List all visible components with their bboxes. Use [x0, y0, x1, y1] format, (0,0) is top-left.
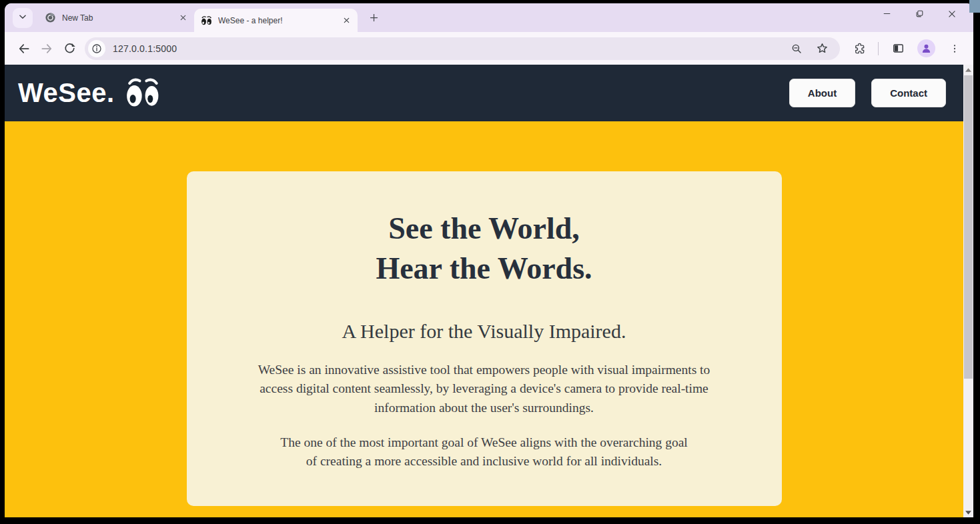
tab-title: WeSee - a helper! [218, 16, 341, 25]
eyes-favicon-icon [201, 15, 212, 26]
reload-button[interactable] [58, 37, 81, 60]
plus-icon [369, 10, 379, 26]
tab-strip: New Tab WeSee - a helper! [5, 3, 973, 32]
kebab-menu-icon[interactable] [945, 39, 964, 58]
site-info-button[interactable] [88, 40, 105, 57]
profile-avatar[interactable] [917, 39, 935, 57]
page-scrollbar[interactable] [963, 65, 973, 517]
url-text[interactable]: 127.0.0.1:5000 [113, 43, 177, 54]
window-controls [881, 9, 964, 27]
side-panel-icon[interactable] [889, 39, 907, 58]
brand-name: WeSee. [18, 78, 115, 108]
site-header: WeSee. About Contact [5, 65, 963, 121]
address-bar[interactable]: 127.0.0.1:5000 [85, 37, 840, 60]
close-icon[interactable] [947, 9, 957, 19]
site-nav: About Contact [789, 79, 946, 107]
hero-card: See the World, Hear the Words. A Helper … [187, 171, 782, 506]
forward-button[interactable] [35, 37, 58, 60]
brand: WeSee. [18, 76, 161, 110]
toolbar-right-cluster [845, 39, 967, 58]
wesee-page: WeSee. About Contact [5, 65, 963, 517]
chrome-logo-icon [45, 12, 56, 23]
hero-subtitle: A Helper for the Visually Impaired. [187, 320, 782, 343]
about-button[interactable]: About [789, 79, 855, 107]
hero-title-line2: Hear the Words. [376, 251, 592, 285]
tab-new-tab[interactable]: New Tab [38, 6, 194, 29]
hero-title-line1: See the World, [388, 211, 580, 245]
chevron-down-icon [18, 12, 27, 24]
hero-paragraph-1: WeSee is an innovative assistive tool th… [243, 361, 725, 417]
zoom-icon[interactable] [788, 40, 805, 57]
new-tab-button[interactable] [364, 9, 383, 27]
extensions-puzzle-icon[interactable] [849, 39, 868, 58]
scrollbar-thumb[interactable] [964, 75, 973, 379]
hero-paragraph-2: The one of the most important goal of We… [275, 433, 694, 471]
browser-toolbar: 127.0.0.1:5000 [5, 32, 973, 65]
maximize-icon[interactable] [914, 9, 925, 19]
tab-close-icon[interactable] [341, 15, 352, 26]
tab-search-button[interactable] [13, 8, 33, 28]
tab-wesee[interactable]: WeSee - a helper! [194, 9, 358, 32]
browser-window: New Tab WeSee - a helper! [5, 3, 973, 517]
page-body: See the World, Hear the Words. A Helper … [5, 121, 963, 517]
scrollbar-down-arrow-icon[interactable] [963, 507, 973, 517]
back-button[interactable] [13, 37, 35, 60]
tab-title: New Tab [62, 13, 177, 23]
eyes-logo-icon [125, 76, 161, 110]
hero-title: See the World, Hear the Words. [187, 209, 782, 289]
bookmark-star-icon[interactable] [813, 40, 831, 57]
screen-corner-artifact [969, 0, 980, 13]
minimize-icon[interactable] [881, 9, 892, 19]
page-viewport: WeSee. About Contact [5, 65, 973, 517]
toolbar-separator [878, 42, 879, 55]
contact-button[interactable]: Contact [871, 79, 946, 107]
scrollbar-up-arrow-icon[interactable] [963, 65, 973, 75]
tab-close-icon[interactable] [177, 12, 189, 23]
